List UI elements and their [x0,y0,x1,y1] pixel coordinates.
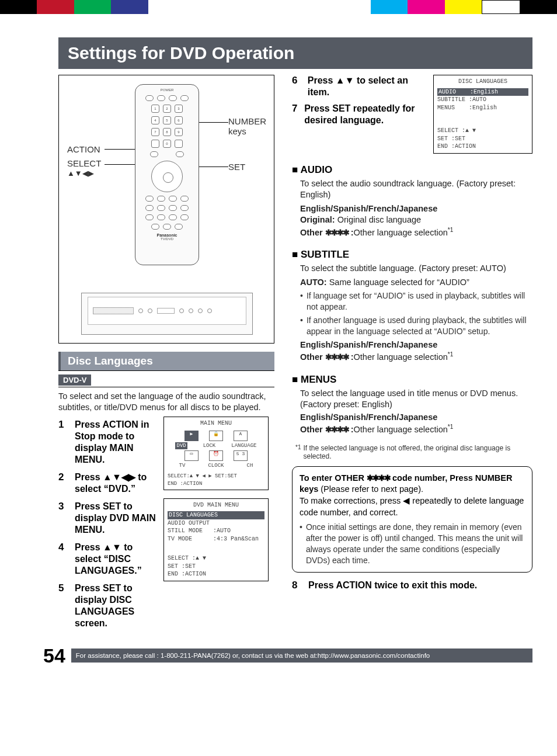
disc-lang-intro: To select and set the language of the au… [58,391,274,413]
remote-diagram: NUMBER keys ACTION SELECT ▲▼◀▶ SET POWER… [58,75,274,344]
step-6: 6Press ▲▼ to select an item. [292,75,424,98]
step-2: 2Press ▲▼◀▶ to select “DVD.” [58,471,158,495]
label-select-arrows: ▲▼◀▶ [67,169,94,178]
step-5: 5Press SET to display DISC LANGUAGES scr… [58,582,158,629]
label-set: SET [228,162,245,172]
dvdv-row: DVD-V [58,370,274,387]
label-action: ACTION [67,144,100,154]
dvdv-badge: DVD-V [58,374,91,386]
heading-audio: AUDIO [292,164,532,176]
step-3: 3Press SET to display DVD MAIN MENU. [58,501,158,536]
tv-unit-icon [81,293,253,335]
audio-body: To select the audio soundtrack language.… [300,178,532,239]
footnote-1: *1 If the selected language is not offer… [295,444,532,460]
note-other-code: To enter OTHER ✱✱✱✱ code number, Press N… [292,466,532,573]
label-select: SELECT [67,158,101,168]
osd-main-menu: MAIN MENU ▶ 🔒 A DVD LOCK LANGUAGE ▭ [163,417,269,490]
step-7: 7Press SET repeatedly for desired langua… [292,103,424,126]
label-number-keys: NUMBER keys [228,116,274,136]
step-1: 1Press ACTION in Stop mode to display MA… [58,419,158,466]
color-bar-top [0,0,557,14]
remote-control-icon: POWER 123 456 789 0 Panasonic TV/DVD [135,84,199,265]
step-8: 8 Press ACTION twice to exit this mode. [292,580,532,591]
heading-menus: MENUS [292,374,532,386]
page-title: Settings for DVD Operation [58,37,532,69]
subtitle-body: To select the subtitle language. (Factor… [300,263,532,363]
heading-subtitle: SUBTITLE [292,249,532,261]
page-number: 54 [43,644,65,667]
menus-body: To select the language used in title men… [300,388,532,436]
section-disc-languages: Disc Languages [58,352,274,370]
assistance-footer: For assistance, please call : 1-800-211-… [71,649,532,663]
osd-dvd-main-menu: DVD MAIN MENU DISC LANGUAGES AUDIO OUTPU… [163,498,269,581]
osd-disc-languages: DISC LANGUAGES AUDIO :English SUBTITLE :… [433,75,532,154]
step-4: 4Press ▲▼ to select “DISC LANGUAGES.” [58,542,158,577]
